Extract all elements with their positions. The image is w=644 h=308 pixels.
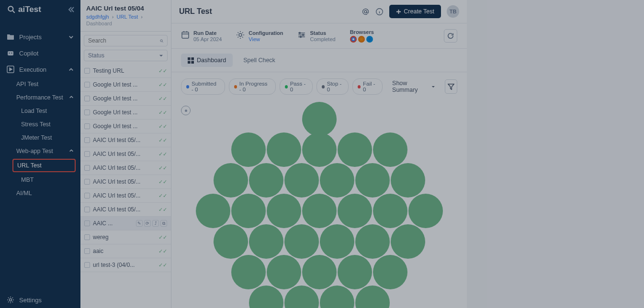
show-summary-button[interactable]: Show Summary	[386, 77, 441, 96]
checkbox[interactable]	[84, 220, 90, 226]
nav-url-test-highlighted[interactable]: URL Test	[12, 159, 76, 172]
browser-bubble[interactable]	[338, 194, 372, 228]
browser-bubble[interactable]	[267, 194, 301, 228]
browser-bubble[interactable]	[214, 163, 248, 198]
test-item[interactable]: Google Url test ...✓✓	[80, 106, 171, 120]
share-icon[interactable]: ⤴	[152, 220, 159, 227]
test-item[interactable]: AAIC Url test 05/...✓✓	[80, 133, 171, 147]
browser-bubble[interactable]	[231, 132, 266, 167]
browser-bubble[interactable]	[391, 163, 425, 198]
browser-bubble[interactable]	[373, 132, 407, 167]
at-icon[interactable]	[362, 8, 370, 16]
test-item[interactable]: aaic✓✓	[80, 244, 171, 258]
collapse-sidebar-icon[interactable]	[67, 6, 75, 13]
chip-stop[interactable]: Stop - 0	[316, 78, 349, 95]
checkbox[interactable]	[84, 179, 90, 185]
browser-bubble[interactable]	[302, 132, 337, 167]
test-item[interactable]: Google Url test ...✓✓	[80, 120, 171, 133]
test-item[interactable]: AAIC Url test 05/...✓✓	[80, 147, 171, 161]
tab-dashboard[interactable]: Dashboard	[181, 54, 233, 67]
chip-submitted[interactable]: Submitted - 0	[181, 78, 225, 95]
browser-bubble[interactable]	[249, 286, 283, 308]
browser-bubble[interactable]	[231, 194, 266, 228]
info-icon[interactable]	[375, 8, 384, 16]
checkbox[interactable]	[84, 137, 90, 143]
copy-icon[interactable]: ⧉	[160, 220, 167, 227]
browser-bubble[interactable]	[320, 286, 354, 308]
browser-bubble[interactable]	[320, 224, 354, 259]
checkbox[interactable]	[84, 123, 90, 129]
nav-load-test[interactable]: Load Test	[0, 104, 80, 118]
rerun-icon[interactable]: ⟳	[144, 220, 151, 227]
test-item[interactable]: Google Url test ...✓✓	[80, 78, 171, 92]
status-filter[interactable]: Status	[84, 50, 168, 61]
nav-performance-test[interactable]: Performance Test	[0, 91, 80, 104]
browser-bubble[interactable]	[284, 286, 319, 308]
test-item[interactable]: AAIC Url test 05/...✓✓	[80, 161, 171, 175]
browser-bubble[interactable]	[355, 224, 390, 259]
checkbox[interactable]	[84, 207, 90, 212]
browser-bubble[interactable]	[284, 224, 319, 259]
browser-bubble[interactable]	[320, 163, 354, 198]
nav-api-test[interactable]: API Test	[0, 77, 80, 91]
refresh-button[interactable]	[444, 29, 457, 43]
avatar[interactable]: TB	[447, 5, 459, 18]
browser-bubble[interactable]	[408, 194, 443, 228]
checkbox[interactable]	[84, 68, 90, 74]
tab-spellcheck[interactable]: Spell Check	[237, 54, 282, 67]
browser-bubble[interactable]	[214, 224, 248, 259]
create-test-button[interactable]: Create Test	[389, 5, 441, 18]
browser-bubble[interactable]	[391, 224, 425, 259]
checkbox[interactable]	[84, 262, 90, 268]
chip-pass[interactable]: Pass - 0	[280, 78, 313, 95]
checkbox[interactable]	[84, 151, 90, 157]
search-box[interactable]	[84, 35, 168, 46]
nav-webapp-test[interactable]: Web-app Test	[0, 144, 80, 158]
browser-bubble[interactable]	[355, 286, 390, 308]
checkbox[interactable]	[84, 234, 90, 240]
checkbox[interactable]	[84, 96, 90, 101]
browser-bubble[interactable]	[373, 255, 407, 289]
nav-execution[interactable]: Execution	[0, 61, 80, 77]
checkbox[interactable]	[84, 82, 90, 88]
browser-bubble[interactable]	[196, 194, 230, 228]
browser-bubble[interactable]	[338, 255, 372, 289]
browser-bubble[interactable]	[267, 132, 301, 167]
test-item[interactable]: AAIC Url test 05/...✓✓	[80, 203, 171, 217]
test-item[interactable]: AAIC ...✎⟳⤴⧉	[80, 217, 171, 231]
test-item[interactable]: Testing URL✓✓	[80, 64, 171, 78]
search-input[interactable]	[88, 37, 160, 44]
browser-bubble[interactable]	[355, 163, 390, 198]
nav-projects[interactable]: Projects	[0, 29, 80, 45]
nav-stress-test[interactable]: Stress Test	[0, 118, 80, 131]
checkbox[interactable]	[84, 165, 90, 171]
test-item[interactable]: Google Url test ...✓✓	[80, 92, 171, 106]
test-item[interactable]: url test-3 (04/0...✓✓	[80, 258, 171, 272]
test-item[interactable]: AAIC Url test 05/...✓✓	[80, 175, 171, 189]
browser-bubble[interactable]	[267, 255, 301, 289]
browser-bubble[interactable]	[302, 194, 337, 228]
nav-copilot[interactable]: Copilot	[0, 45, 80, 61]
nav-jmeter-test[interactable]: JMeter Test	[0, 131, 80, 144]
browser-bubble[interactable]	[249, 163, 283, 198]
chip-fail[interactable]: Fail - 0	[352, 78, 383, 95]
browser-bubble[interactable]	[373, 194, 407, 228]
test-item[interactable]: AAIC Url test 05/...✓✓	[80, 189, 171, 203]
checkbox[interactable]	[84, 110, 90, 115]
nav-settings[interactable]: Settings	[0, 292, 80, 308]
browser-bubble[interactable]	[338, 132, 372, 167]
browser-bubble[interactable]	[284, 163, 319, 198]
crumb-project[interactable]: sdgdhfgjh	[86, 14, 109, 20]
browser-bubble[interactable]	[249, 224, 283, 259]
filter-button[interactable]	[445, 79, 457, 94]
checkbox[interactable]	[84, 193, 90, 198]
test-item[interactable]: wereg✓✓	[80, 231, 171, 244]
crumb-test[interactable]: URL Test	[117, 14, 138, 20]
nav-aiml[interactable]: AI/ML	[0, 187, 80, 200]
browser-bubble[interactable]	[302, 102, 337, 136]
nav-mbt[interactable]: MBT	[0, 173, 80, 187]
chip-inprogress[interactable]: In Progress - 0	[229, 78, 276, 95]
config-view-link[interactable]: View	[249, 36, 283, 42]
browser-bubble[interactable]	[231, 255, 266, 289]
edit-icon[interactable]: ✎	[136, 220, 143, 227]
